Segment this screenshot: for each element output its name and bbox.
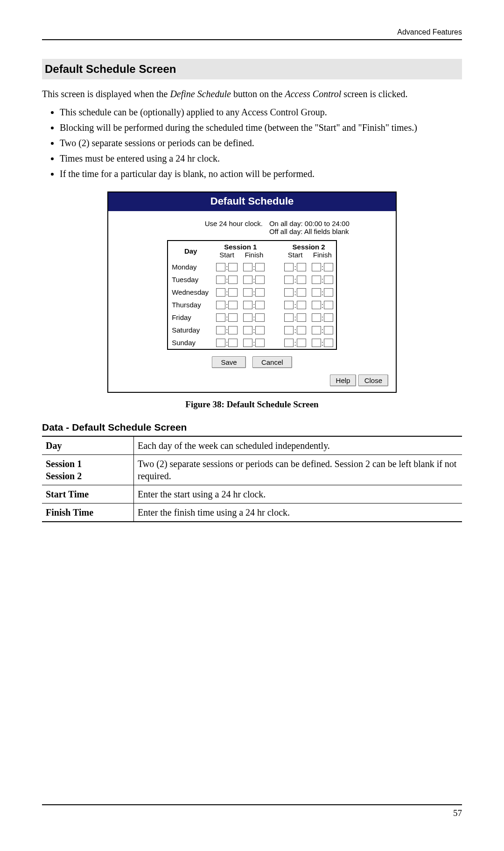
time-input[interactable]	[255, 301, 265, 309]
footer-rule	[42, 804, 462, 805]
schedule-row: Tuesday::::	[168, 273, 336, 286]
time-input[interactable]	[228, 301, 238, 309]
bullet-item: This schedule can be (optionally) applie…	[60, 106, 462, 119]
schedule-table: Day Session 1 Session 2 Start Finish Sta…	[167, 240, 337, 350]
day-label: Wednesday	[168, 286, 213, 298]
time-input[interactable]	[284, 263, 294, 271]
time-input[interactable]	[284, 339, 294, 347]
schedule-row: Saturday::::	[168, 324, 336, 336]
time-input[interactable]	[324, 339, 333, 347]
header-section: Advanced Features	[42, 28, 462, 39]
time-input[interactable]	[216, 263, 225, 271]
time-input[interactable]	[312, 339, 321, 347]
time-input[interactable]	[324, 288, 333, 297]
data-desc: Each day of the week can scheduled indep…	[134, 436, 462, 455]
time-input[interactable]	[297, 313, 306, 322]
time-input[interactable]	[297, 326, 306, 334]
bullet-item: Blocking will be performed during the sc…	[60, 121, 462, 134]
intro-text: button on the	[231, 89, 285, 99]
day-label: Monday	[168, 261, 213, 273]
intro-bullets: This schedule can be (optionally) applie…	[42, 106, 462, 180]
time-input[interactable]	[255, 313, 265, 322]
time-input[interactable]	[216, 313, 225, 322]
col-session2: Session 2	[281, 241, 336, 251]
day-label: Tuesday	[168, 273, 213, 286]
time-input[interactable]	[216, 301, 225, 309]
time-input[interactable]	[324, 326, 333, 334]
close-button[interactable]: Close	[358, 375, 388, 386]
day-label: Sunday	[168, 336, 213, 349]
time-input[interactable]	[324, 301, 333, 309]
time-input[interactable]	[255, 288, 265, 297]
time-input[interactable]	[255, 263, 265, 271]
data-desc: Two (2) separate sessions or periods can…	[134, 455, 462, 485]
time-input[interactable]	[243, 288, 252, 297]
time-input[interactable]	[228, 313, 238, 322]
table-row: Session 1Session 2Two (2) separate sessi…	[42, 455, 462, 485]
time-input[interactable]	[297, 276, 306, 284]
time-input[interactable]	[297, 301, 306, 309]
time-input[interactable]	[216, 339, 225, 347]
schedule-row: Monday::::	[168, 261, 336, 273]
time-input[interactable]	[312, 313, 321, 322]
time-input[interactable]	[312, 276, 321, 284]
hint-off-all-day: Off all day: All fields blank	[269, 227, 396, 235]
time-input[interactable]	[216, 326, 225, 334]
time-input[interactable]	[297, 263, 306, 271]
default-schedule-window: Default Schedule Use 24 hour clock. On a…	[107, 191, 397, 393]
table-row: Start TimeEnter the start using a 24 hr …	[42, 485, 462, 504]
time-input[interactable]	[324, 313, 333, 322]
data-label: Session 1Session 2	[42, 455, 134, 485]
intro-text: screen is clicked.	[341, 89, 407, 99]
cancel-button[interactable]: Cancel	[252, 356, 292, 368]
time-input[interactable]	[228, 339, 238, 347]
table-row: Finish TimeEnter the finish time using a…	[42, 504, 462, 522]
data-label: Finish Time	[42, 504, 134, 522]
time-input[interactable]	[255, 326, 265, 334]
window-title: Default Schedule	[108, 192, 396, 211]
data-label: Start Time	[42, 485, 134, 504]
time-input[interactable]	[297, 288, 306, 297]
hint-24hr: Use 24 hour clock.	[108, 220, 269, 227]
time-input[interactable]	[312, 326, 321, 334]
time-input[interactable]	[324, 263, 333, 271]
time-input[interactable]	[243, 276, 252, 284]
table-row: DayEach day of the week can scheduled in…	[42, 436, 462, 455]
col-start: Start	[213, 251, 240, 261]
day-label: Friday	[168, 311, 213, 324]
col-day: Day	[168, 241, 213, 261]
figure-caption: Figure 38: Default Schedule Screen	[42, 399, 462, 410]
help-button[interactable]: Help	[330, 375, 357, 386]
schedule-row: Wednesday::::	[168, 286, 336, 298]
schedule-row: Sunday::::	[168, 336, 336, 349]
time-input[interactable]	[255, 339, 265, 347]
time-input[interactable]	[284, 288, 294, 297]
bullet-item: Times must be entered using a 24 hr cloc…	[60, 152, 462, 165]
time-input[interactable]	[228, 288, 238, 297]
time-input[interactable]	[297, 339, 306, 347]
schedule-row: Friday::::	[168, 311, 336, 324]
time-input[interactable]	[243, 313, 252, 322]
time-input[interactable]	[243, 263, 252, 271]
time-input[interactable]	[243, 339, 252, 347]
time-input[interactable]	[228, 276, 238, 284]
time-input[interactable]	[243, 301, 252, 309]
time-input[interactable]	[243, 326, 252, 334]
time-input[interactable]	[228, 326, 238, 334]
time-input[interactable]	[284, 276, 294, 284]
time-input[interactable]	[312, 288, 321, 297]
time-input[interactable]	[324, 276, 333, 284]
time-input[interactable]	[255, 276, 265, 284]
time-input[interactable]	[312, 301, 321, 309]
time-input[interactable]	[312, 263, 321, 271]
time-input[interactable]	[284, 326, 294, 334]
time-input[interactable]	[228, 263, 238, 271]
intro-paragraph: This screen is displayed when the Define…	[42, 88, 462, 100]
header-rule	[42, 39, 462, 40]
save-button[interactable]: Save	[212, 356, 245, 368]
time-input[interactable]	[216, 276, 225, 284]
time-input[interactable]	[284, 301, 294, 309]
time-input[interactable]	[284, 313, 294, 322]
time-input[interactable]	[216, 288, 225, 297]
section-title: Default Schedule Screen	[42, 59, 462, 79]
